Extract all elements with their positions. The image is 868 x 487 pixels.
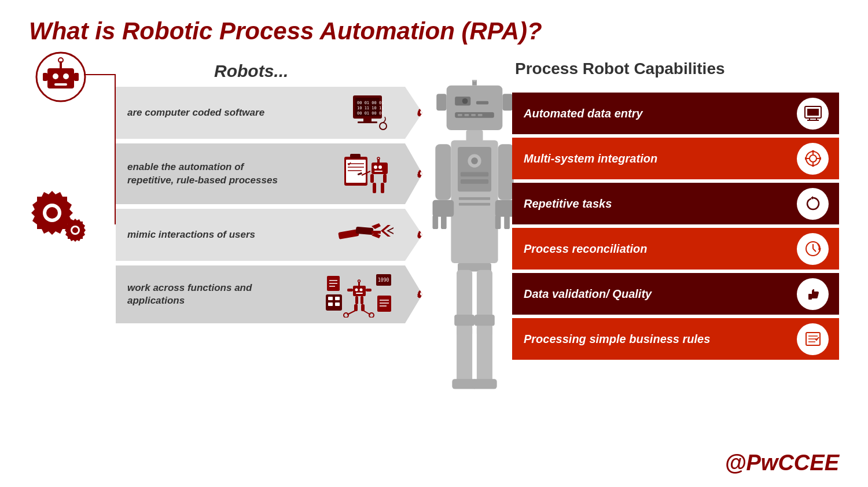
page-title: What is Robotic Process Automation (RPA)… <box>29 17 839 45</box>
svg-rect-85 <box>471 114 476 116</box>
svg-rect-106 <box>495 215 501 229</box>
svg-rect-111 <box>454 315 475 326</box>
robot-head-icon <box>35 51 87 103</box>
svg-point-40 <box>420 172 424 175</box>
svg-rect-104 <box>433 215 439 229</box>
svg-point-21 <box>420 110 424 114</box>
cap-text-4: Process reconciliation <box>524 242 791 256</box>
svg-rect-60 <box>335 297 340 300</box>
bar-text-1: are computer coded software <box>127 106 278 119</box>
svg-marker-43 <box>381 225 391 237</box>
right-section: Process Robot Capabilities Automated dat… <box>446 57 839 475</box>
svg-rect-4 <box>54 83 67 86</box>
svg-rect-19 <box>358 121 377 123</box>
svg-rect-55 <box>361 304 365 311</box>
cap-icon-5 <box>797 278 829 310</box>
right-title-area: Process Robot Capabilities <box>515 60 839 78</box>
svg-rect-8 <box>74 73 79 81</box>
svg-point-47 <box>355 289 358 292</box>
svg-point-12 <box>72 227 78 233</box>
svg-rect-54 <box>354 304 358 311</box>
branding-area: @PwCCEE <box>446 445 839 475</box>
bar-icon-2 <box>341 151 393 197</box>
svg-rect-118 <box>807 109 819 116</box>
content-area: Robots... <box>29 57 839 475</box>
svg-rect-99 <box>459 203 490 206</box>
svg-rect-116 <box>472 379 497 389</box>
svg-rect-101 <box>433 200 454 217</box>
svg-text:1090: 1090 <box>378 278 389 283</box>
svg-rect-34 <box>370 174 374 183</box>
bar-item-3: mimic interactions of users <box>116 209 422 261</box>
bars-container: are computer coded software 00 01 00 01 … <box>116 87 422 323</box>
svg-rect-62 <box>335 302 340 306</box>
svg-rect-133 <box>808 294 812 300</box>
robots-label: Robots... <box>214 61 422 81</box>
svg-point-20 <box>380 123 387 130</box>
bar-gear-2 <box>417 168 427 180</box>
svg-point-77 <box>420 292 424 296</box>
cap-item-1: Automated data entry <box>512 93 839 134</box>
bar-gear-4 <box>417 288 427 301</box>
svg-text:00 01 00 01: 00 01 00 01 <box>357 101 384 105</box>
cap-text-2: Multi-system integration <box>524 152 791 165</box>
svg-rect-96 <box>461 172 488 177</box>
svg-rect-114 <box>477 326 492 382</box>
svg-point-51 <box>358 280 361 282</box>
connector-vertical <box>115 74 116 224</box>
process-robot-title: Process Robot Capabilities <box>515 60 725 78</box>
svg-rect-69 <box>377 296 391 312</box>
svg-line-131 <box>813 249 816 252</box>
svg-rect-52 <box>355 296 358 304</box>
bar-icon-3 <box>336 215 393 255</box>
svg-rect-37 <box>381 183 384 193</box>
svg-point-29 <box>374 165 377 169</box>
gear-icon-left <box>23 172 98 248</box>
svg-text:00 01 00 01: 00 01 00 01 <box>357 111 384 116</box>
svg-rect-91 <box>466 130 483 141</box>
cap-icon-3 <box>797 188 829 220</box>
svg-rect-89 <box>436 94 446 110</box>
svg-rect-86 <box>478 114 483 116</box>
page: What is Robotic Process Automation (RPA)… <box>0 0 868 487</box>
svg-rect-112 <box>475 315 495 326</box>
bar-text-2: enable the automation of repetitive, rul… <box>127 161 278 186</box>
svg-rect-31 <box>374 171 382 172</box>
robots-label-area: Robots... <box>122 61 422 81</box>
svg-rect-100 <box>435 144 451 200</box>
svg-rect-59 <box>328 297 333 300</box>
connector-horizontal <box>84 74 116 75</box>
cap-item-3: Repetitive tasks <box>512 183 839 224</box>
bar-item-1: are computer coded software 00 01 00 01 … <box>116 87 422 139</box>
svg-rect-57 <box>366 289 372 292</box>
bar-gear-1 <box>417 106 427 119</box>
svg-point-3 <box>63 73 69 79</box>
bar-gear-3 <box>417 228 427 241</box>
svg-text:10 11 10 11: 10 11 10 11 <box>357 106 384 110</box>
cap-icon-6 <box>797 323 829 355</box>
bar-item-2: enable the automation of repetitive, rul… <box>116 143 422 204</box>
cap-item-2: Multi-system integration <box>512 138 839 179</box>
bar-text-4: work across functions and applications <box>127 282 278 307</box>
cap-icon-2 <box>797 143 829 175</box>
cap-text-1: Automated data entry <box>524 107 791 120</box>
cap-icon-4 <box>797 233 829 265</box>
svg-rect-24 <box>350 154 361 158</box>
svg-rect-98 <box>459 197 490 200</box>
svg-rect-23 <box>346 160 366 183</box>
svg-rect-61 <box>328 302 333 306</box>
svg-rect-107 <box>504 215 510 229</box>
left-section: Robots... <box>29 57 422 475</box>
svg-rect-49 <box>356 293 363 294</box>
cap-text-6: Processing simple business rules <box>524 333 791 346</box>
svg-point-95 <box>471 157 478 164</box>
bar-icon-1: 00 01 00 01 10 11 10 11 00 01 00 01 <box>341 93 393 133</box>
svg-rect-83 <box>458 114 462 116</box>
svg-rect-97 <box>461 179 488 184</box>
svg-rect-93 <box>458 147 491 191</box>
svg-rect-46 <box>353 286 366 296</box>
svg-point-123 <box>810 155 816 162</box>
svg-rect-102 <box>498 144 514 200</box>
bar-icon-4: 1090 <box>324 271 393 318</box>
svg-rect-84 <box>465 114 469 116</box>
